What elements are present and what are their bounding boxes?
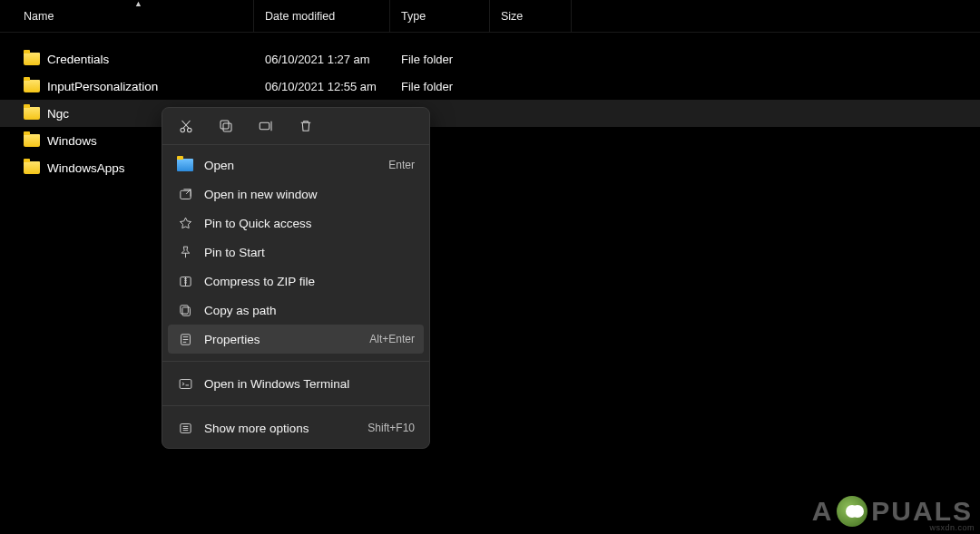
file-date: 06/10/2021 12:55 am [254,80,390,93]
column-header-size[interactable]: Size [490,0,572,32]
context-menu: Open Enter Open in new window Pin to Qui… [162,107,430,449]
terminal-icon [177,375,193,392]
context-menu-label: Pin to Quick access [204,217,404,230]
file-row[interactable]: Ngc [0,100,980,127]
context-menu-item[interactable]: Compress to ZIP file [168,267,424,296]
context-menu-hint: Shift+F10 [368,422,415,434]
svg-rect-8 [180,305,188,313]
folder-icon [24,80,40,92]
context-menu-item[interactable]: Show more options Shift+F10 [168,413,424,442]
properties-icon [177,331,193,347]
credit-text: wsxdn.com [929,523,975,532]
context-menu-separator [162,361,429,362]
context-menu-label: Open in Windows Terminal [204,377,404,391]
folder-icon [24,107,40,120]
context-menu-label: Open [204,159,377,172]
file-name: Ngc [47,107,69,121]
watermark: A PUALS [812,496,973,527]
file-name: WindowsApps [47,161,125,175]
context-menu-item[interactable]: Copy as path [168,296,424,325]
new-window-icon [177,186,193,202]
cut-icon[interactable] [177,117,195,135]
delete-icon[interactable] [297,117,315,135]
file-date: 06/10/2021 1:27 am [254,53,390,66]
column-header-row: ▲ Name Date modified Type Size [0,0,980,33]
column-header-label: Date modified [265,10,335,23]
context-menu-hint: Enter [388,159,415,171]
file-name: Windows [47,134,97,148]
context-menu-item[interactable]: Open Enter [168,150,424,180]
star-icon [177,215,193,231]
svg-rect-5 [180,190,190,199]
context-menu-label: Compress to ZIP file [204,275,404,288]
svg-rect-2 [223,123,231,131]
context-menu-separator [162,405,429,406]
column-header-label: Size [501,10,523,23]
context-menu-label: Show more options [204,422,357,435]
column-header-label: Type [401,10,426,23]
sort-ascending-icon: ▲ [134,0,142,8]
watermark-badge-icon [837,496,867,527]
rename-icon[interactable] [257,117,275,135]
context-menu-item[interactable]: Pin to Quick access [168,209,424,238]
column-header-name[interactable]: ▲ Name [24,0,254,32]
watermark-left: A [812,496,834,527]
file-row[interactable]: WindowsApps [0,154,980,181]
svg-rect-3 [220,121,229,129]
context-menu-label: Properties [204,333,358,346]
open-folder-icon [177,159,193,171]
file-type: File folder [390,80,490,93]
context-menu-hint: Alt+Enter [369,333,415,345]
column-header-date[interactable]: Date modified [254,0,390,32]
pin-icon [177,244,193,260]
context-menu-item[interactable]: Open in Windows Terminal [168,369,424,398]
file-row[interactable]: Windows [0,127,980,154]
column-header-label: Name [24,10,54,23]
watermark-right: PUALS [871,496,973,527]
svg-point-0 [181,128,185,132]
svg-point-1 [188,128,192,132]
context-menu-label: Copy as path [204,304,404,317]
file-name: InputPersonalization [47,80,158,93]
copy-icon[interactable] [217,117,235,135]
context-menu-icon-row [162,108,429,145]
context-menu-item[interactable]: Properties Alt+Enter [168,325,424,354]
column-header-type[interactable]: Type [390,0,490,32]
file-row[interactable]: Credentials 06/10/2021 1:27 am File fold… [0,45,980,73]
context-menu-item[interactable]: Open in new window [168,180,424,209]
folder-icon [24,161,40,174]
svg-rect-7 [181,306,190,315]
svg-rect-4 [260,122,270,130]
context-menu-label: Open in new window [204,188,404,201]
folder-icon [24,134,40,147]
open-icon [177,157,193,173]
copy-path-icon [177,302,193,318]
zip-icon [177,273,193,289]
file-name: Credentials [47,53,109,66]
file-row[interactable]: InputPersonalization 06/10/2021 12:55 am… [0,73,980,100]
context-menu-label: Pin to Start [204,246,404,259]
file-type: File folder [390,53,490,66]
folder-icon [24,53,40,65]
svg-rect-10 [180,379,191,388]
file-list: Credentials 06/10/2021 1:27 am File fold… [0,33,980,181]
more-icon [177,420,193,436]
context-menu-item[interactable]: Pin to Start [168,238,424,267]
